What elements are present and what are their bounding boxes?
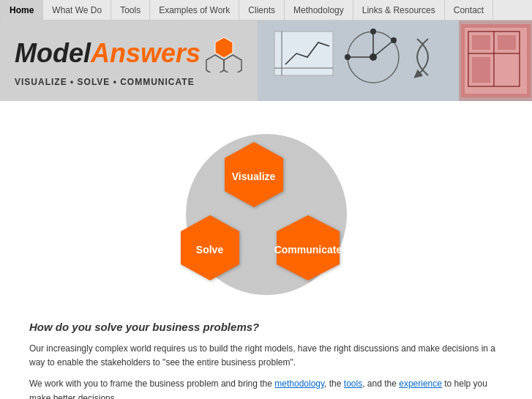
main-heading: How do you solve your business problems?: [29, 321, 503, 333]
hex-communicate: Communicate: [266, 209, 351, 290]
svg-rect-3: [274, 31, 333, 75]
svg-marker-23: [181, 215, 239, 280]
nav-methodology[interactable]: Methodology: [285, 0, 353, 20]
svg-marker-2: [224, 55, 241, 72]
tagline: VISUALIZE • SOLVE • COMMUNICATE: [15, 77, 243, 87]
para-1: Our increasingly complex world requires …: [29, 342, 503, 370]
tools-link[interactable]: tools: [344, 379, 362, 389]
svg-marker-1: [206, 55, 224, 72]
svg-point-12: [370, 29, 376, 34]
para2-mid2: , and the: [362, 379, 399, 389]
svg-rect-20: [498, 35, 516, 50]
site-header: ModelAnswers VISUALIZE • SOLVE • COMMUNI…: [0, 20, 532, 101]
svg-marker-0: [215, 37, 233, 58]
methodology-link[interactable]: methodology: [274, 379, 324, 389]
svg-point-11: [345, 54, 351, 60]
para2-mid1: , the: [324, 379, 344, 389]
header-graphic: [271, 24, 446, 97]
diagram-area: Visualize Solve Communicate: [29, 130, 503, 299]
logo-model-text: Model: [15, 38, 91, 69]
experience-link[interactable]: experience: [399, 379, 442, 389]
nav-contact[interactable]: Contact: [445, 0, 493, 20]
svg-marker-24: [277, 215, 340, 280]
svg-rect-19: [472, 35, 490, 50]
hex-visualize: Visualize: [214, 136, 294, 217]
nav-examples[interactable]: Examples of Work: [150, 0, 239, 20]
main-content: Visualize Solve Communicate How do you s…: [0, 101, 532, 399]
nav-links-resources[interactable]: Links & Resources: [353, 0, 445, 20]
svg-marker-22: [225, 142, 283, 207]
nav-what-we-do[interactable]: What We Do: [43, 0, 111, 20]
logo-hex-icon: [205, 34, 243, 72]
header-right-image: [459, 20, 532, 101]
svg-point-13: [391, 37, 397, 43]
header-center-image: [258, 20, 459, 101]
navigation: Home What We Do Tools Examples of Work C…: [0, 0, 532, 20]
nav-tools[interactable]: Tools: [111, 0, 150, 20]
para-2: We work with you to frame the business p…: [29, 377, 503, 399]
hex-diagram: Visualize Solve Communicate: [164, 130, 369, 299]
svg-line-10: [373, 40, 394, 57]
content-section: How do you solve your business problems?…: [29, 321, 503, 399]
logo: ModelAnswers: [15, 34, 243, 72]
nav-clients[interactable]: Clients: [239, 0, 285, 20]
hex-solve: Solve: [170, 209, 250, 290]
logo-area: ModelAnswers VISUALIZE • SOLVE • COMMUNI…: [0, 20, 258, 101]
nav-home[interactable]: Home: [0, 0, 43, 20]
svg-rect-21: [472, 57, 490, 83]
header-map-graphic: [461, 24, 531, 97]
para2-prefix: We work with you to frame the business p…: [29, 379, 274, 389]
logo-answers-text: Answers: [91, 38, 201, 69]
